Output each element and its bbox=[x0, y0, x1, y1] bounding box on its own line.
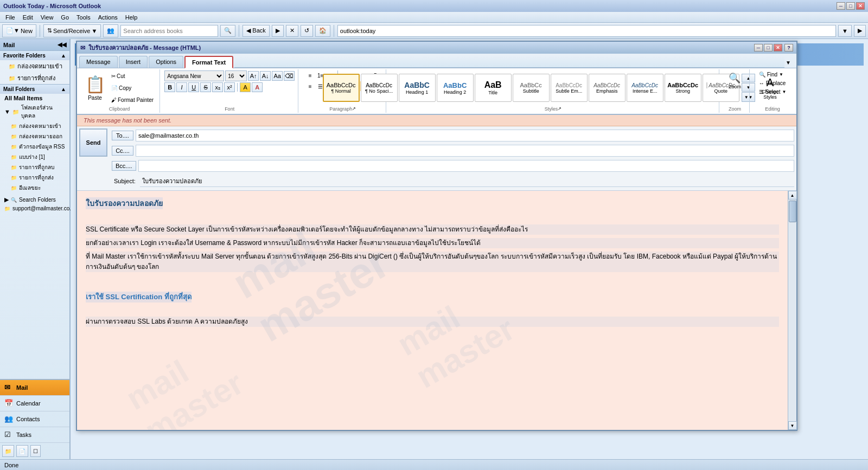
menu-help[interactable]: Help bbox=[122, 13, 141, 22]
ribbon-expand-btn[interactable]: ▼ bbox=[786, 56, 794, 68]
styles-expand-icon[interactable]: ↗ bbox=[558, 106, 561, 111]
nav-calendar[interactable]: 📅 Calendar bbox=[0, 396, 69, 411]
sidebar-collapse-icon[interactable]: ◀◀ bbox=[58, 41, 66, 48]
bcc-button[interactable]: Bcc.... bbox=[112, 161, 136, 171]
superscript-btn[interactable]: x² bbox=[224, 82, 235, 92]
menu-edit[interactable]: Edit bbox=[20, 13, 36, 22]
to-button[interactable]: To.... bbox=[112, 131, 133, 140]
nav-tasks[interactable]: ☑ Tasks bbox=[0, 427, 69, 443]
style-heading1[interactable]: AaBbC Heading 1 bbox=[399, 74, 436, 102]
nav-mail[interactable]: ✉ Mail bbox=[0, 380, 69, 396]
menu-file[interactable]: File bbox=[2, 13, 18, 22]
paste-button[interactable]: 📋 Paste bbox=[82, 73, 107, 103]
replace-button[interactable]: ↔ Replace bbox=[756, 79, 789, 87]
increase-font-btn[interactable]: A↑ bbox=[248, 71, 259, 81]
align-left-btn[interactable]: ≡ bbox=[305, 81, 315, 91]
sidebar-deleted[interactable]: 📁 รายการที่ถูกลบ bbox=[0, 162, 69, 172]
maximize-btn[interactable]: □ bbox=[846, 2, 855, 10]
style-normal[interactable]: AaBbCcDc ¶ Normal bbox=[323, 74, 360, 102]
sidebar-all-mail[interactable]: All Mail Items bbox=[0, 94, 69, 102]
underline-btn[interactable]: U bbox=[188, 82, 199, 92]
minimize-btn[interactable]: ─ bbox=[837, 2, 845, 10]
copy-button[interactable]: 📄 Copy bbox=[108, 82, 156, 93]
sidebar-drafts[interactable]: 📁 แบบร่าง [1] bbox=[0, 152, 69, 162]
subject-field[interactable] bbox=[140, 175, 794, 187]
sidebar-inbox[interactable]: 📁 กล่องจดหมายเข้า bbox=[0, 121, 69, 131]
forward-button[interactable]: ▶ bbox=[272, 25, 284, 37]
favorite-folders-header[interactable]: Favorite Folders ▲ bbox=[0, 50, 69, 60]
scroll-down-arrow[interactable]: ▼ bbox=[788, 421, 797, 430]
style-intense[interactable]: AaBbCcDc Intense E... bbox=[627, 74, 663, 102]
url-go-button[interactable]: ▼ bbox=[838, 25, 852, 37]
font-name-select[interactable]: Angsana New bbox=[164, 70, 224, 81]
send-button[interactable]: Send bbox=[79, 128, 107, 157]
menu-tools[interactable]: Tools bbox=[73, 13, 94, 22]
close-btn[interactable]: ✕ bbox=[856, 2, 865, 10]
nav-bottom-btn3[interactable]: ☐ bbox=[30, 445, 41, 457]
menu-view[interactable]: View bbox=[37, 13, 57, 22]
search-go-button[interactable]: 🔍 bbox=[220, 25, 235, 37]
tab-options[interactable]: Options bbox=[149, 56, 183, 68]
font-color-btn[interactable]: A bbox=[252, 82, 263, 92]
stop-button[interactable]: ✕ bbox=[286, 25, 298, 37]
bold-btn[interactable]: B bbox=[164, 82, 175, 92]
para-expand-icon[interactable]: ↗ bbox=[352, 106, 356, 111]
italic-btn[interactable]: I bbox=[176, 82, 187, 92]
sidebar-outbox[interactable]: 📁 กล่องจดหมายออก bbox=[0, 131, 69, 141]
to-field[interactable] bbox=[136, 130, 794, 141]
style-subtle[interactable]: AaBbCcDc Subtle Em... bbox=[551, 74, 588, 102]
refresh-button[interactable]: ↺ bbox=[301, 25, 313, 37]
bcc-field[interactable] bbox=[138, 160, 794, 172]
home-button[interactable]: 🏠 bbox=[315, 25, 330, 37]
sidebar-support[interactable]: 📁 support@mailmaster.co. bbox=[4, 204, 69, 213]
tab-format-text[interactable]: Format Text bbox=[184, 56, 233, 68]
mail-folders-header[interactable]: Mail Folders ▲ bbox=[0, 84, 69, 94]
menu-go[interactable]: Go bbox=[58, 13, 72, 22]
url-bar[interactable] bbox=[337, 25, 836, 37]
sidebar-item-inbox-fav[interactable]: 📁 กล่องจดหมายเข้า bbox=[0, 60, 69, 72]
strikethrough-btn[interactable]: S bbox=[200, 82, 211, 92]
style-strong[interactable]: AaBbCcDc Strong bbox=[665, 74, 701, 102]
nav-contacts[interactable]: 👥 Contacts bbox=[0, 411, 69, 427]
sidebar-rss[interactable]: 📁 ตัวกรองข้อมูล RSS bbox=[0, 141, 69, 152]
style-subtitle[interactable]: AaBbCc Subtitle bbox=[513, 74, 550, 102]
format-painter-button[interactable]: 🖌 Format Painter bbox=[108, 94, 156, 105]
sidebar-search-folders[interactable]: ▶ 🔍 Search Folders bbox=[4, 195, 69, 204]
select-button[interactable]: ☰ Select ▼ bbox=[756, 88, 789, 96]
menu-actions[interactable]: Actions bbox=[95, 13, 121, 22]
back-button[interactable]: ◀ Back bbox=[242, 25, 270, 37]
tab-insert[interactable]: Insert bbox=[119, 56, 148, 68]
style-emphasis[interactable]: AaBbCcDc Emphasis bbox=[589, 74, 626, 102]
address-books-button[interactable]: 👥 bbox=[103, 24, 118, 37]
scroll-thumb[interactable] bbox=[789, 201, 796, 222]
scroll-up-arrow[interactable]: ▲ bbox=[788, 191, 797, 199]
zoom-button[interactable]: 🔍 Zoom bbox=[724, 70, 746, 91]
style-title[interactable]: AaB Title bbox=[475, 74, 512, 102]
compose-body[interactable]: mailmaster mailmaster mailmaster ใบรับรอ… bbox=[77, 191, 788, 430]
send-receive-button[interactable]: ⇅ Send/Receive ▼ bbox=[43, 24, 101, 37]
decrease-font-btn[interactable]: A↓ bbox=[260, 71, 271, 81]
tab-message[interactable]: Message bbox=[79, 56, 118, 68]
nav-bottom-btn2[interactable]: 📄 bbox=[16, 445, 28, 457]
change-case-btn[interactable]: Aa bbox=[272, 71, 283, 81]
clear-format-btn[interactable]: ⌫ bbox=[284, 71, 295, 81]
highlight-btn[interactable]: A bbox=[240, 82, 251, 92]
sidebar-main-folder[interactable]: ▼ 📁 โฟลเดอร์ส่วนบุคคล bbox=[0, 102, 69, 121]
font-size-select[interactable]: 16 bbox=[225, 70, 247, 81]
nav-bottom-btn1[interactable]: 📁 bbox=[2, 445, 14, 457]
style-heading2[interactable]: AaBbC Heading 2 bbox=[437, 74, 474, 102]
subscript-btn[interactable]: x₂ bbox=[212, 82, 223, 92]
bullets-btn[interactable]: ≡ bbox=[305, 70, 315, 80]
cut-button[interactable]: ✂ Cut bbox=[108, 70, 156, 81]
cc-button[interactable]: Cc.... bbox=[112, 146, 133, 156]
compose-maximize-btn[interactable]: □ bbox=[764, 44, 773, 51]
sidebar-item-sent-fav[interactable]: 📁 รายการที่ถูกส่ง bbox=[0, 72, 69, 84]
url-action-button[interactable]: ▶ bbox=[854, 25, 866, 37]
compose-minimize-btn[interactable]: ─ bbox=[754, 44, 763, 51]
sidebar-sent[interactable]: 📁 รายการที่ถูกส่ง bbox=[0, 172, 69, 183]
cc-field[interactable] bbox=[136, 145, 794, 157]
address-search-input[interactable] bbox=[120, 25, 218, 37]
compose-help-btn[interactable]: ? bbox=[784, 44, 793, 51]
style-nospacing[interactable]: AaBbCcDc ¶ No Spaci... bbox=[361, 74, 398, 102]
sidebar-junk[interactable]: 📁 อีเมลขยะ bbox=[0, 183, 69, 193]
